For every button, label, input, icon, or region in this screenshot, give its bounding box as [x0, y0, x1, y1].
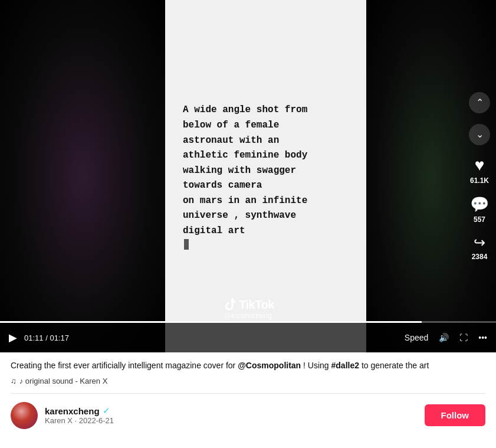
like-count: 61.1K	[470, 176, 489, 185]
comment-count: 557	[474, 215, 485, 224]
like-button[interactable]: ♥ 61.1K	[470, 156, 489, 185]
tiktok-wordmark: TikTok	[239, 298, 274, 312]
author-name-row: karenxcheng ✓	[45, 406, 418, 416]
tiktok-watermark: TikTok @karenxcheng	[222, 297, 274, 320]
play-button[interactable]: ▶	[9, 331, 17, 344]
scroll-down-button[interactable]: ⌄	[469, 124, 490, 145]
chevron-up-icon: ⌃	[476, 97, 484, 108]
sound-line: ♫ ♪ original sound - Karen X	[11, 375, 485, 387]
scroll-up-button[interactable]: ⌃	[469, 92, 490, 113]
video-left-panel	[0, 0, 165, 352]
author-info: karenxcheng ✓ Karen X · 2022-6-21	[45, 406, 418, 425]
author-meta: Karen X · 2022-6-21	[45, 416, 418, 425]
speed-button[interactable]: Speed	[405, 333, 428, 342]
verified-icon: ✓	[103, 406, 110, 416]
current-time: 01:11	[24, 333, 44, 342]
tiktok-watermark-username: @karenxcheng	[224, 312, 272, 320]
tiktok-logo-icon	[222, 297, 236, 312]
hashtag-dalle2[interactable]: #dalle2	[331, 361, 359, 370]
author-username[interactable]: karenxcheng	[45, 406, 100, 416]
volume-button[interactable]: 🔊	[439, 333, 449, 342]
chevron-down-icon: ⌄	[476, 129, 484, 140]
side-actions-panel: ⌃ ⌄ ♥ 61.1K 💬 557 ↪ 2384	[469, 92, 496, 261]
video-player: A wide angle shot from below of a female…	[0, 0, 496, 352]
description-text: Creating the first ever artificially int…	[11, 359, 485, 372]
fullscreen-button[interactable]: ⛶	[459, 333, 468, 342]
more-options-button[interactable]: •••	[478, 333, 487, 342]
share-count: 2384	[472, 253, 488, 261]
share-icon: ↪	[474, 234, 485, 251]
follow-button[interactable]: Follow	[425, 404, 486, 426]
text-cursor	[184, 239, 189, 250]
controls-right: Speed 🔊 ⛶ •••	[405, 333, 487, 342]
video-generated-text: A wide angle shot from below of a female…	[183, 103, 307, 238]
sound-name[interactable]: ♪ original sound - Karen X	[19, 375, 108, 387]
video-controls-bar: ▶ 01:11 / 01:17 Speed 🔊 ⛶ •••	[0, 323, 496, 352]
share-button[interactable]: ↪ 2384	[472, 234, 488, 261]
avatar[interactable]	[11, 402, 38, 429]
music-note-icon: ♫	[11, 375, 17, 387]
avatar-image	[11, 402, 38, 429]
mention-cosmopolitan[interactable]: @Cosmopolitan	[238, 361, 301, 370]
total-time: 01:17	[50, 333, 69, 342]
heart-icon: ♥	[475, 156, 485, 175]
comment-icon: 💬	[470, 195, 489, 214]
time-display: 01:11 / 01:17	[24, 333, 69, 342]
comment-button[interactable]: 💬 557	[470, 195, 489, 224]
video-right-panel: ⌃ ⌄ ♥ 61.1K 💬 557 ↪ 2384	[366, 0, 496, 352]
description-end: to generate the art	[359, 361, 429, 370]
description-mid: ! Using	[301, 361, 331, 370]
description-prefix: Creating the first ever artificially int…	[11, 361, 238, 370]
description-area: Creating the first ever artificially int…	[0, 352, 496, 393]
author-row: karenxcheng ✓ Karen X · 2022-6-21 Follow	[0, 394, 496, 437]
tiktok-logo: TikTok	[222, 297, 274, 312]
